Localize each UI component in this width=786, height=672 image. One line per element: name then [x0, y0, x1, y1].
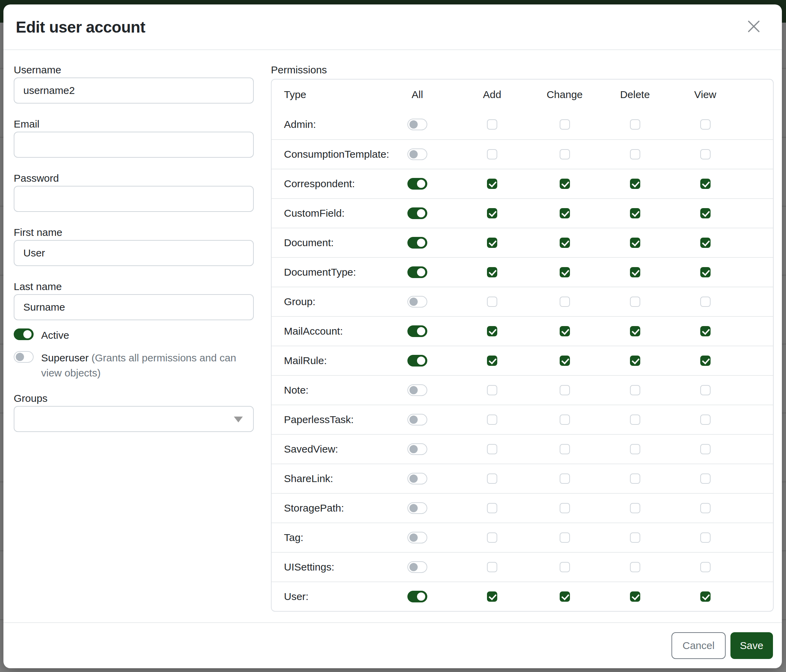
save-button[interactable]: Save [731, 632, 773, 659]
add-checkbox[interactable] [487, 149, 497, 159]
view-checkbox[interactable] [700, 444, 711, 454]
change-checkbox[interactable] [560, 179, 570, 189]
add-checkbox[interactable] [487, 562, 497, 572]
delete-checkbox[interactable] [630, 119, 640, 130]
all-toggle[interactable] [407, 237, 427, 248]
permission-row: ConsumptionTemplate: [272, 139, 773, 169]
view-checkbox[interactable] [700, 208, 711, 218]
active-toggle[interactable] [14, 328, 34, 340]
delete-checkbox[interactable] [630, 562, 640, 572]
view-checkbox[interactable] [700, 356, 711, 366]
first-name-field[interactable] [14, 240, 254, 266]
delete-checkbox[interactable] [630, 326, 640, 336]
view-checkbox[interactable] [700, 267, 711, 277]
close-button[interactable] [744, 17, 763, 37]
column-header-add: Add [483, 89, 501, 100]
add-checkbox[interactable] [487, 592, 497, 602]
add-checkbox[interactable] [487, 444, 497, 454]
change-checkbox[interactable] [560, 238, 570, 248]
all-toggle[interactable] [407, 414, 427, 425]
view-checkbox[interactable] [700, 238, 711, 248]
view-checkbox[interactable] [700, 119, 711, 130]
delete-checkbox[interactable] [630, 592, 640, 602]
groups-select[interactable] [14, 406, 254, 432]
all-toggle[interactable] [407, 561, 427, 573]
change-checkbox[interactable] [560, 208, 570, 218]
all-toggle[interactable] [407, 355, 427, 366]
cancel-button[interactable]: Cancel [671, 632, 725, 659]
change-checkbox[interactable] [560, 532, 570, 543]
change-checkbox[interactable] [560, 592, 570, 602]
change-checkbox[interactable] [560, 444, 570, 454]
view-checkbox[interactable] [700, 297, 711, 307]
all-toggle[interactable] [407, 266, 427, 278]
change-checkbox[interactable] [560, 503, 570, 513]
view-checkbox[interactable] [700, 562, 711, 572]
all-toggle[interactable] [407, 148, 427, 160]
delete-checkbox[interactable] [630, 385, 640, 395]
password-field[interactable] [14, 186, 254, 212]
all-toggle[interactable] [407, 443, 427, 455]
view-checkbox[interactable] [700, 179, 711, 189]
add-checkbox[interactable] [487, 297, 497, 307]
all-toggle[interactable] [407, 296, 427, 308]
delete-checkbox[interactable] [630, 149, 640, 159]
delete-checkbox[interactable] [630, 474, 640, 484]
delete-checkbox[interactable] [630, 238, 640, 248]
all-toggle[interactable] [407, 591, 427, 602]
change-checkbox[interactable] [560, 297, 570, 307]
add-checkbox[interactable] [487, 238, 497, 248]
all-toggle[interactable] [407, 532, 427, 543]
change-checkbox[interactable] [560, 385, 570, 395]
change-checkbox[interactable] [560, 562, 570, 572]
delete-checkbox[interactable] [630, 503, 640, 513]
change-checkbox[interactable] [560, 415, 570, 425]
add-checkbox[interactable] [487, 474, 497, 484]
username-input[interactable] [14, 77, 254, 104]
add-checkbox[interactable] [487, 119, 497, 130]
superuser-toggle[interactable] [14, 351, 34, 363]
email-field[interactable] [14, 132, 254, 158]
delete-checkbox[interactable] [630, 532, 640, 543]
last-name-field[interactable] [14, 294, 254, 320]
add-checkbox[interactable] [487, 208, 497, 218]
view-checkbox[interactable] [700, 503, 711, 513]
view-checkbox[interactable] [700, 149, 711, 159]
change-checkbox[interactable] [560, 119, 570, 130]
change-checkbox[interactable] [560, 356, 570, 366]
delete-checkbox[interactable] [630, 356, 640, 366]
add-checkbox[interactable] [487, 385, 497, 395]
delete-checkbox[interactable] [630, 444, 640, 454]
add-checkbox[interactable] [487, 356, 497, 366]
view-checkbox[interactable] [700, 532, 711, 543]
add-checkbox[interactable] [487, 503, 497, 513]
view-checkbox[interactable] [700, 326, 711, 336]
delete-checkbox[interactable] [630, 415, 640, 425]
change-checkbox[interactable] [560, 326, 570, 336]
add-checkbox[interactable] [487, 532, 497, 543]
delete-checkbox[interactable] [630, 179, 640, 189]
view-checkbox[interactable] [700, 415, 711, 425]
all-toggle[interactable] [407, 178, 427, 190]
delete-checkbox[interactable] [630, 267, 640, 277]
all-toggle[interactable] [407, 473, 427, 484]
add-checkbox[interactable] [487, 415, 497, 425]
all-toggle[interactable] [407, 325, 427, 337]
change-checkbox[interactable] [560, 267, 570, 277]
add-checkbox[interactable] [487, 267, 497, 277]
all-toggle[interactable] [407, 207, 427, 219]
view-checkbox[interactable] [700, 592, 711, 602]
change-checkbox[interactable] [560, 474, 570, 484]
delete-checkbox[interactable] [630, 208, 640, 218]
add-checkbox[interactable] [487, 326, 497, 336]
superuser-row: Superuser (Grants all permissions and ca… [14, 350, 254, 381]
all-toggle[interactable] [407, 119, 427, 130]
delete-checkbox[interactable] [630, 297, 640, 307]
all-toggle[interactable] [407, 384, 427, 396]
all-toggle[interactable] [407, 502, 427, 514]
add-checkbox[interactable] [487, 179, 497, 189]
view-checkbox[interactable] [700, 474, 711, 484]
view-checkbox[interactable] [700, 385, 711, 395]
change-checkbox[interactable] [560, 149, 570, 159]
permission-type-label: StoragePath: [284, 502, 344, 514]
